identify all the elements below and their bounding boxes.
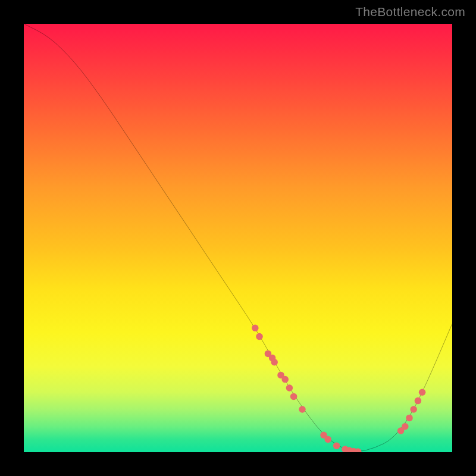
sample-point	[286, 384, 293, 392]
sample-point	[333, 442, 340, 449]
sample-point	[419, 389, 426, 396]
sample-point	[290, 393, 298, 400]
sample-point	[252, 324, 259, 331]
sample-point	[410, 406, 417, 413]
sample-point	[402, 423, 409, 430]
watermark-text: TheBottleneck.com	[355, 5, 465, 19]
chart-stage: TheBottleneck.com	[0, 0, 476, 476]
sample-point	[415, 397, 422, 405]
sample-point	[406, 415, 413, 422]
chart-svg	[24, 24, 452, 452]
sample-point	[256, 333, 263, 340]
sample-point	[271, 359, 278, 366]
sample-point	[324, 436, 331, 443]
sample-point	[299, 406, 306, 413]
sample-point	[281, 376, 289, 383]
bottleneck-curve-line	[24, 24, 452, 451]
plot-area	[24, 24, 452, 452]
sample-points-group	[252, 324, 425, 452]
